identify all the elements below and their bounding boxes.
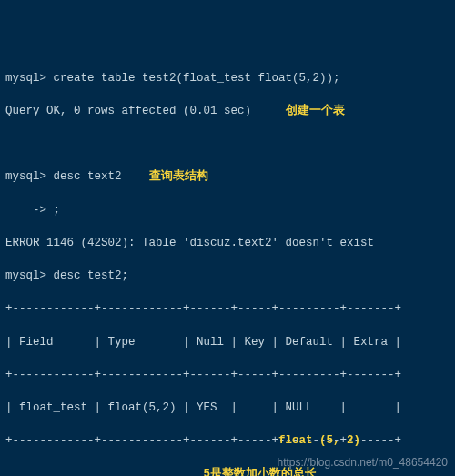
cmd-desc-test2: mysql> desc test2; [5, 268, 450, 284]
ann-desc-struct: 查询表结构 [149, 170, 208, 183]
out-ok0: Query OK, 0 rows affected (0.01 sec) 创建一… [5, 103, 450, 119]
desc-sep3-and-note: +------------+------------+------+-----+… [5, 432, 450, 449]
desc-sep1: +------------+------------+------+-----+… [5, 300, 450, 317]
desc-sep2: +------------+------------+------+-----+… [5, 367, 450, 383]
cont-semi: -> ; [5, 202, 450, 218]
cmd-create: mysql> create table test2(float_test flo… [5, 70, 450, 86]
blank [5, 136, 450, 152]
watermark: https://blog.csdn.net/m0_48654420 [278, 455, 448, 471]
desc-row: | float_test | float(5,2) | YES | | NULL… [5, 400, 450, 416]
desc-hdr: | Field | Type | Null | Key | Default | … [5, 334, 450, 350]
err-1146: ERROR 1146 (42S02): Table 'discuz.text2'… [5, 235, 450, 251]
ann-float-1: float (5, 2) [210, 434, 360, 447]
cmd-desc-text2: mysql> desc text2 查询表结构 [5, 168, 450, 185]
ann-create: 创建一个表 [286, 105, 345, 117]
